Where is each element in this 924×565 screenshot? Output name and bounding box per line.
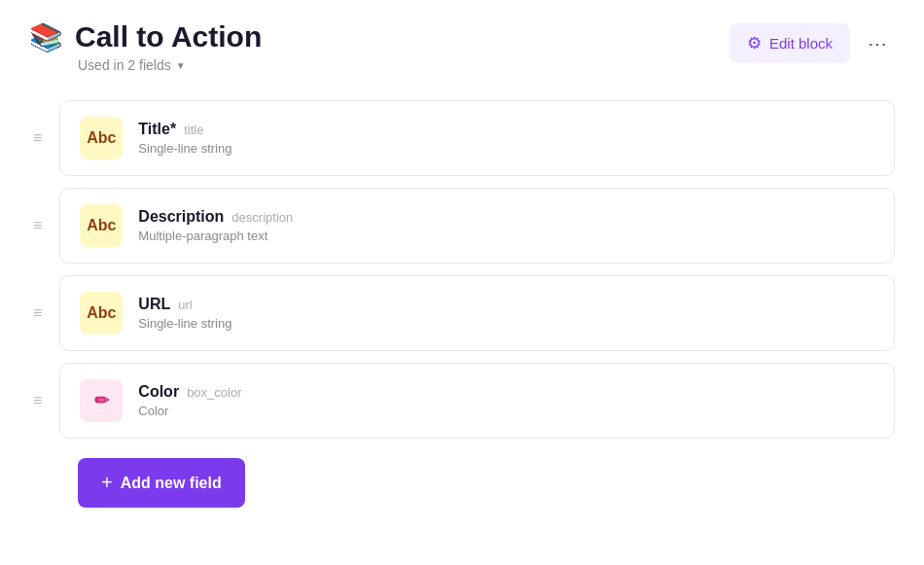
field-type-label: Single-line string — [138, 316, 231, 331]
field-info: Color box_color Color — [138, 383, 241, 418]
field-name-row: Color box_color — [138, 383, 241, 401]
title-row: 📚 Call to Action — [29, 19, 262, 53]
drag-handle-icon[interactable]: ≡ — [29, 213, 46, 238]
used-in-label: Used in 2 fields — [78, 57, 171, 73]
pencil-icon: ✏ — [94, 390, 109, 411]
field-name: Title* — [138, 121, 176, 138]
field-row: ≡ ✏ Color box_color Color — [29, 363, 895, 439]
field-key: title — [184, 123, 203, 137]
used-in-fields[interactable]: Used in 2 fields ▼ — [78, 57, 262, 73]
field-name-row: Title* title — [138, 121, 231, 138]
field-row: ≡ Abc Title* title Single-line string — [29, 100, 895, 176]
field-type-label: Single-line string — [138, 141, 231, 156]
field-key: description — [231, 210, 293, 225]
field-type-icon: Abc — [80, 204, 123, 247]
abc-text-icon: Abc — [87, 217, 116, 234]
field-row: ≡ Abc Description description Multiple-p… — [29, 188, 895, 264]
more-options-button[interactable]: ⋯ — [860, 26, 895, 61]
plus-icon: + — [101, 472, 113, 494]
field-info: Title* title Single-line string — [138, 121, 231, 156]
drag-handle-icon[interactable]: ≡ — [29, 300, 46, 326]
field-name-row: URL url — [138, 296, 231, 313]
field-card[interactable]: Abc Title* title Single-line string — [59, 100, 895, 176]
chevron-down-icon: ▼ — [176, 60, 186, 71]
field-card[interactable]: Abc URL url Single-line string — [59, 275, 895, 351]
field-type-label: Color — [138, 404, 241, 418]
field-key: url — [178, 298, 192, 312]
field-type-icon: Abc — [80, 117, 123, 159]
field-info: Description description Multiple-paragra… — [138, 208, 293, 243]
edit-block-button[interactable]: ⚙ Edit block — [729, 23, 850, 63]
page-title: Call to Action — [75, 20, 262, 53]
header-right: ⚙ Edit block ⋯ — [729, 23, 895, 63]
field-info: URL url Single-line string — [138, 296, 231, 331]
abc-text-icon: Abc — [87, 129, 116, 147]
field-type-label: Multiple-paragraph text — [138, 229, 293, 243]
header-left: 📚 Call to Action Used in 2 fields ▼ — [29, 19, 262, 73]
more-icon: ⋯ — [868, 32, 887, 55]
abc-text-icon: Abc — [87, 304, 116, 322]
header: 📚 Call to Action Used in 2 fields ▼ ⚙ Ed… — [29, 19, 895, 73]
field-key: box_color — [187, 385, 241, 400]
drag-handle-icon[interactable]: ≡ — [29, 388, 46, 413]
edit-block-label: Edit block — [769, 35, 833, 52]
book-icon: 📚 — [29, 21, 63, 53]
field-name: Color — [138, 383, 179, 401]
field-name: Description — [138, 208, 224, 226]
page-wrapper: 📚 Call to Action Used in 2 fields ▼ ⚙ Ed… — [0, 0, 924, 527]
field-type-icon: ✏ — [80, 379, 123, 422]
gear-icon: ⚙ — [747, 33, 762, 53]
field-card[interactable]: Abc Description description Multiple-par… — [59, 188, 895, 264]
field-card[interactable]: ✏ Color box_color Color — [59, 363, 895, 439]
add-field-label: Add new field — [121, 475, 222, 492]
fields-list: ≡ Abc Title* title Single-line string ≡ … — [29, 100, 895, 439]
field-type-icon: Abc — [80, 292, 123, 335]
add-new-field-button[interactable]: + Add new field — [78, 458, 245, 508]
field-name: URL — [138, 296, 170, 313]
field-row: ≡ Abc URL url Single-line string — [29, 275, 895, 351]
field-name-row: Description description — [138, 208, 293, 226]
drag-handle-icon[interactable]: ≡ — [29, 125, 46, 151]
